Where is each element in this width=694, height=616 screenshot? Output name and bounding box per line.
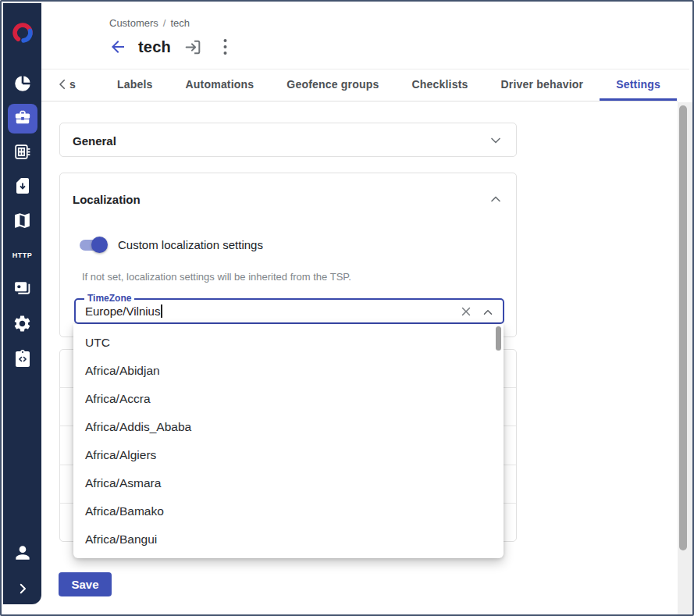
panel-general: General [59, 123, 517, 157]
user-icon [12, 543, 33, 566]
chevron-left-icon [55, 77, 69, 91]
text-caret [161, 304, 162, 318]
sidebar-item-dashboard[interactable] [3, 73, 41, 97]
tab-automations[interactable]: Automations [169, 68, 271, 101]
sidebar: HTTP [3, 3, 41, 604]
panel-localization-header[interactable]: Localization [60, 173, 516, 217]
tab-audit-log[interactable]: Audit log [677, 68, 678, 101]
timezone-field-label: TimeZone [84, 293, 134, 304]
sidebar-expand-button[interactable] [3, 581, 41, 600]
save-button[interactable]: Save [59, 572, 112, 596]
sidebar-item-sim-cards[interactable] [3, 176, 41, 199]
gallery-icon [12, 278, 32, 301]
timezone-option[interactable]: Africa/Abidjan [73, 357, 504, 385]
clear-icon[interactable] [459, 304, 473, 319]
toggle-thumb [91, 237, 108, 253]
map-icon [12, 211, 32, 233]
breadcrumb-root[interactable]: Customers [109, 17, 158, 29]
timezone-option[interactable]: Africa/Bamako [73, 497, 504, 525]
tab-bar: s Labels Automations Geofence groups Che… [41, 68, 678, 101]
device-module-icon [12, 142, 32, 165]
sidebar-item-customers[interactable] [8, 104, 37, 134]
sidebar-item-settings[interactable] [3, 313, 41, 336]
tab-checklists[interactable]: Checklists [395, 68, 484, 101]
pie-chart-icon [12, 73, 33, 97]
briefcase-icon [14, 109, 31, 129]
breadcrumb-current: tech [170, 17, 190, 29]
sidebar-item-tasks[interactable] [3, 348, 41, 372]
custom-localization-toggle[interactable] [79, 237, 108, 253]
sidebar-item-http[interactable]: HTTP [3, 247, 41, 263]
more-options-button[interactable] [219, 37, 232, 56]
timezone-option[interactable]: Africa/Algiers [73, 441, 504, 469]
tab-clipped[interactable]: s [69, 68, 76, 101]
http-text-icon: HTTP [12, 251, 33, 259]
sidebar-item-media[interactable] [3, 277, 41, 301]
timezone-option[interactable]: Africa/Addis_Ababa [73, 413, 504, 441]
timezone-option[interactable]: UTC [73, 329, 504, 357]
back-button[interactable] [109, 37, 127, 56]
chevron-down-icon [488, 133, 504, 148]
sim-card-download-icon [13, 176, 32, 198]
app-window: HTTP [0, 0, 694, 616]
page-scrollbar-thumb[interactable] [679, 105, 687, 550]
tab-settings[interactable]: Settings [600, 68, 677, 101]
localization-hint-text: If not set, localization settings will b… [82, 271, 351, 283]
timezone-dropdown: UTC Africa/Abidjan Africa/Accra Africa/A… [73, 324, 504, 558]
timezone-input[interactable]: Europe/Vilnius [85, 304, 162, 318]
kebab-menu-icon [223, 38, 227, 55]
tabs-scroll-left-button[interactable] [55, 68, 69, 101]
panel-general-header[interactable]: General [60, 123, 516, 158]
chevron-up-icon [488, 191, 504, 207]
timezone-field[interactable]: TimeZone Europe/Vilnius [74, 298, 504, 324]
panel-localization-title: Localization [73, 193, 141, 206]
chevron-right-icon [16, 582, 30, 599]
app-logo[interactable] [3, 16, 41, 53]
page-title: tech [138, 38, 171, 56]
timezone-option[interactable]: Africa/Accra [73, 385, 504, 413]
clipboard-code-icon [13, 349, 32, 371]
dropdown-scrollbar-thumb[interactable] [496, 326, 501, 351]
gear-icon [12, 314, 32, 336]
tab-geofence-groups[interactable]: Geofence groups [270, 68, 395, 101]
timezone-option[interactable]: Africa/Asmara [73, 469, 504, 497]
sidebar-item-devices[interactable] [3, 141, 41, 165]
sidebar-item-profile[interactable] [3, 543, 41, 566]
breadcrumb: Customers/tech [109, 17, 190, 29]
timezone-option[interactable]: Africa/Bangui [73, 525, 504, 554]
collapse-dropdown-icon[interactable] [481, 305, 495, 319]
tab-labels[interactable]: Labels [101, 68, 169, 101]
tab-driver-behavior[interactable]: Driver behavior [485, 68, 600, 101]
breadcrumb-separator: / [163, 17, 166, 29]
custom-localization-toggle-row: Custom localization settings [79, 237, 263, 253]
toggle-label: Custom localization settings [118, 238, 263, 251]
sidebar-item-map[interactable] [3, 210, 41, 233]
panel-localization: Localization Custom localization setting… [59, 173, 517, 337]
logo-icon [9, 20, 36, 49]
enter-account-button[interactable] [183, 37, 203, 57]
timezone-option[interactable]: Africa/Banjul [73, 554, 504, 558]
panel-general-title: General [73, 134, 116, 148]
title-row: tech [109, 36, 232, 58]
